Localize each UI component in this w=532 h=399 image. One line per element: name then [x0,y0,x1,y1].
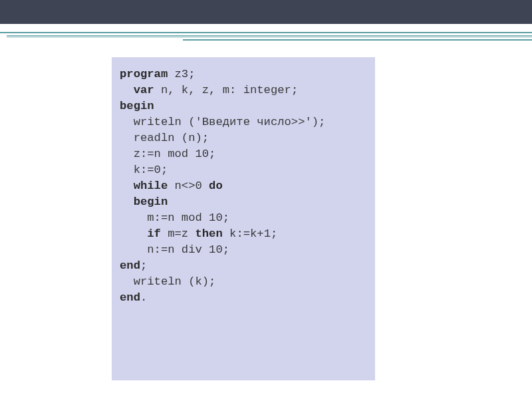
rule-line [7,35,532,37]
keyword-token: var [134,84,161,96]
keyword-token: if [147,227,168,240]
code-token: z3; [175,68,196,80]
code-token [120,227,147,240]
code-token: n<>0 [175,180,209,192]
code-token: writeln ('Введите число>>'); [120,116,325,128]
code-token: m:=n mod 10; [120,211,229,224]
keyword-token: do [209,180,223,192]
code-token: . [140,291,147,304]
keyword-token: begin [134,196,168,208]
code-token: k:=k+1; [229,227,277,240]
keyword-token: program [120,68,175,80]
code-token [120,196,134,208]
keyword-token: while [134,180,175,192]
code-token [120,180,134,192]
code-panel: program z3; var n, k, z, m: integer; beg… [112,57,375,380]
keyword-token: end [120,291,140,304]
code-token: writeln (k); [120,275,215,288]
decorative-rules [0,32,532,41]
code-listing: program z3; var n, k, z, m: integer; beg… [120,66,368,306]
keyword-token: then [195,227,229,240]
keyword-token: end [120,259,140,272]
code-token: k:=0; [120,164,168,176]
code-token: n:=n div 10; [120,243,229,256]
code-token [120,84,134,96]
rule-line [183,39,532,41]
code-token: readln (n); [120,132,209,144]
slide-header-bar [0,0,532,24]
code-token: ; [140,259,147,272]
code-token: n, k, z, m: integer; [161,84,298,96]
code-token: m=z [168,227,195,240]
rule-line [0,32,532,33]
code-token: z:=n mod 10; [120,148,215,160]
keyword-token: begin [120,100,154,112]
